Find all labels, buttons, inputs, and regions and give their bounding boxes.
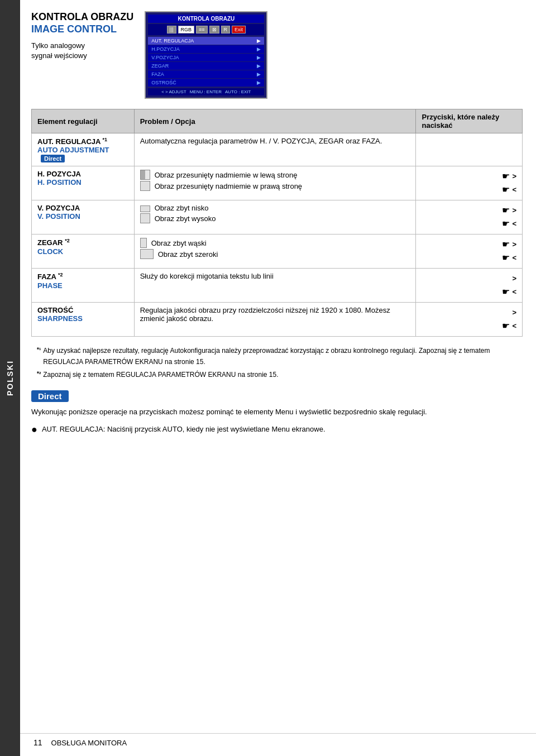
btn-row: ☛ <: [422, 217, 516, 229]
arrow-lt: <: [512, 219, 516, 228]
osd-icon-grid: ≡≡: [196, 26, 208, 34]
element-name-pl: ZEGAR *2: [37, 238, 128, 247]
problem-cell: Obraz przesunięty nadmiemie w lewą stron…: [134, 166, 416, 200]
problem-row: Obraz zbyt szeroki: [140, 249, 410, 259]
table-row: H. POZYCJA H. POSITION Obraz przesunięty…: [32, 166, 523, 200]
finger-icon: ☛: [502, 320, 510, 331]
arrow-lt: <: [512, 253, 516, 262]
problem-text: Obraz zbyt nisko: [155, 204, 209, 212]
osd-title: KONTROLA OBRAZU: [148, 15, 264, 23]
icon-h-left: [140, 170, 150, 180]
element-cell: OSTROŚĆ SHARPNESS: [32, 303, 135, 337]
fn1-marker: *¹: [37, 346, 41, 367]
icon-v-low: [140, 205, 150, 212]
arrow-gt: >: [512, 206, 516, 214]
fn2-marker: *²: [37, 370, 41, 380]
osd-menu-hpoz: H.POZYCJA ▶: [148, 45, 264, 53]
problem-text: Regulacja jakości obrazu przy rozdzielcz…: [140, 306, 390, 323]
element-cell: FAZA *2 PHASE: [32, 269, 135, 303]
problem-row: Obraz zbyt wąski: [140, 238, 410, 248]
problem-row: Obraz zbyt wysoko: [140, 213, 410, 223]
osd-mockup: KONTROLA OBRAZU ||| RGB ≡≡ ⊠ R Exit AUT.…: [145, 11, 267, 99]
btn-row: ☛ >: [422, 204, 516, 216]
element-cell: V. POZYCJA V. POSITION: [32, 200, 135, 235]
btn-row: ☛ >: [422, 170, 516, 182]
osd-menu-zegar: ZEGAR ▶: [148, 62, 264, 70]
osd-icon-wave: |||: [167, 26, 176, 34]
buttons-cell: [416, 133, 523, 166]
table-row: FAZA *2 PHASE Służy do korekcji migotani…: [32, 269, 523, 303]
fn2-text: Zapoznaj się z tematem REGULACJA PARAMET…: [43, 370, 278, 380]
btn-row: ☛ <: [422, 285, 516, 298]
buttons-cell: ☛ > ☛ <: [416, 166, 523, 200]
osd-nav-adjust: < > ADJUST: [161, 89, 186, 94]
finger-icon: ☛: [502, 184, 510, 195]
osd-icon-rgb: RGB: [178, 26, 195, 34]
problem-text: Obraz zbyt wysoko: [155, 214, 216, 223]
problem-text: Służy do korekcji migotania tekstu lub l…: [140, 272, 274, 280]
arrow-lt: <: [512, 185, 516, 194]
problem-cell: Obraz zbyt nisko Obraz zbyt wysoko: [134, 200, 416, 235]
buttons-cell: > ☛ <: [416, 303, 523, 337]
element-name-en: PHASE: [37, 281, 128, 290]
element-name-pl: AUT. REGULACJA *1: [37, 137, 128, 146]
col-header-problem: Problem / Opcja: [134, 109, 416, 133]
problem-text: Automatyczna regulacja parametrów H. / V…: [140, 137, 382, 145]
element-name-en: V. POSITION: [37, 212, 128, 221]
buttons-cell: ☛ > ☛ <: [416, 235, 523, 269]
problem-row: Obraz przesunięty nadmiemie w prawą stro…: [140, 181, 410, 191]
icon-wide: [140, 249, 154, 259]
direct-section: Direct Wykonując poniższe operacje na pr…: [31, 390, 523, 434]
title-pl: KONTROLA OBRAZU: [31, 11, 133, 23]
problem-text: Obraz przesunięty nadmiemie w lewą stron…: [155, 171, 298, 179]
sidebar-label: POLSKI: [0, 0, 20, 756]
element-cell: H. POZYCJA H. POSITION: [32, 166, 135, 200]
element-name-en: H. POSITION: [37, 178, 128, 186]
arrow-gt: >: [512, 308, 516, 317]
table-row: ZEGAR *2 CLOCK Obraz zbyt wąski Obraz zb…: [32, 235, 523, 269]
element-name-en: SHARPNESS: [37, 314, 128, 323]
title-en: IMAGE CONTROL: [31, 23, 133, 36]
buttons-cell: ☛ > ☛ <: [416, 200, 523, 235]
buttons-cell: > ☛ <: [416, 269, 523, 303]
osd-menu-aut: AUT. REGULACJA ▶: [148, 37, 264, 45]
problem-row: Obraz przesunięty nadmiemie w lewą stron…: [140, 170, 410, 180]
col-header-buttons: Przyciski, które należy naciskać: [416, 109, 523, 133]
direct-title-badge: Direct: [31, 390, 69, 402]
problem-cell: Automatyczna regulacja parametrów H. / V…: [134, 133, 416, 166]
element-cell: ZEGAR *2 CLOCK: [32, 235, 135, 269]
problem-row: Obraz zbyt nisko: [140, 204, 410, 212]
footnotes: *¹ Aby uzyskać najlepsze rezultaty, regu…: [31, 346, 523, 380]
page-number: 11: [34, 738, 42, 747]
btn-row: ☛ <: [422, 251, 516, 264]
osd-icons-bar: ||| RGB ≡≡ ⊠ R Exit: [148, 24, 264, 35]
direct-description: Wykonując poniższe operacje na przyciska…: [31, 406, 523, 418]
btn-row: ☛ <: [422, 183, 516, 195]
problem-cell: Obraz zbyt wąski Obraz zbyt szeroki: [134, 235, 416, 269]
element-name-en: AUTO ADJUSTMENT Direct: [37, 146, 128, 162]
icon-narrow: [140, 238, 147, 248]
page-label: OBSŁUGA MONITORA: [51, 739, 127, 747]
btn-row: ☛ <: [422, 319, 516, 332]
bullet-dot-icon: ●: [31, 424, 37, 434]
element-name-pl: FAZA *2: [37, 272, 128, 281]
col-header-element: Element regulacji: [32, 109, 135, 133]
arrow-gt: >: [512, 172, 516, 180]
only-analog: Tylko analogowy sygnał wejściowy: [31, 41, 133, 61]
osd-menu-faza: FAZA ▶: [148, 70, 264, 78]
finger-icon: ☛: [502, 286, 510, 297]
icon-v-high: [140, 213, 150, 223]
table-row: OSTROŚĆ SHARPNESS Regulacja jakości obra…: [32, 303, 523, 337]
btn-row: >: [422, 272, 516, 284]
osd-icon-box: ⊠: [209, 26, 219, 34]
table-row: V. POZYCJA V. POSITION Obraz zbyt nisko …: [32, 200, 523, 235]
problem-text: Obraz przesunięty nadmiemie w prawą stro…: [155, 182, 302, 190]
bullet-text: AUT. REGULACJA: Naciśnij przycisk AUTO, …: [42, 424, 326, 435]
control-table: Element regulacji Problem / Opcja Przyci…: [31, 109, 523, 337]
btn-row: >: [422, 306, 516, 318]
osd-icon-exit: Exit: [232, 26, 246, 34]
osd-menu-ostr: OSTROŚĆ ▶: [148, 79, 264, 87]
icon-h-right: [140, 181, 150, 191]
problem-text: Obraz zbyt szeroki: [158, 250, 218, 259]
btn-row: ☛ >: [422, 238, 516, 250]
